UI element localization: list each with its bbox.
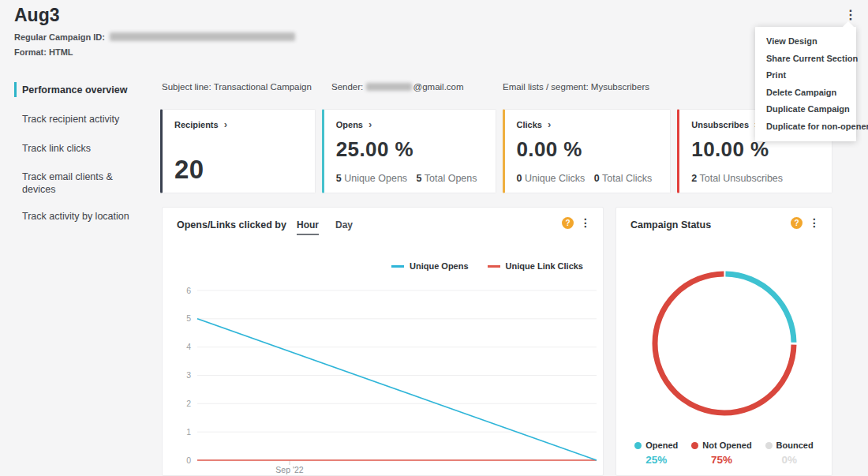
sidebar-item-track-activity-by-location[interactable]: Track activity by location xyxy=(22,210,147,223)
svg-text:5: 5 xyxy=(186,313,191,323)
stat-card-recipients: Recipients › 20 xyxy=(160,109,316,193)
legend-unique-opens[interactable]: Unique Opens xyxy=(391,261,469,271)
email-lists-line: Email lists / segment: Mysubscribers xyxy=(503,82,649,92)
recipients-label: Recipients xyxy=(174,120,219,129)
not-opened-dot-icon xyxy=(691,442,698,449)
sidebar-item-track-recipient-activity[interactable]: Track recipient activity xyxy=(22,113,147,126)
bounced-dot-icon xyxy=(765,442,773,449)
clicks-link[interactable]: Clicks › xyxy=(517,119,659,129)
svg-text:3: 3 xyxy=(186,370,191,380)
opens-subtext: 5 Unique Opens 5 Total Opens xyxy=(336,173,484,184)
chart-title: Opens/Links clicked by xyxy=(177,219,286,231)
campaign-status-card: Campaign Status ? ⋮ Opened 25% Not Opene… xyxy=(615,207,832,476)
recipients-value: 20 xyxy=(174,156,303,184)
svg-text:0: 0 xyxy=(186,455,191,465)
unsubscribes-subtext: 2 Total Unsubscribes xyxy=(691,173,820,184)
total-unsubscribes-count: 2 xyxy=(691,173,697,184)
opens-value: 25.00 % xyxy=(336,137,484,162)
total-clicks-label: Total Clicks xyxy=(602,173,652,184)
clicks-label: Clicks xyxy=(517,120,542,129)
total-opens-label: Total Opens xyxy=(425,173,477,184)
total-clicks-count: 0 xyxy=(594,173,600,184)
legend-unique-link-clicks[interactable]: Unique Link Clicks xyxy=(488,261,583,271)
legend-not-opened[interactable]: Not Opened 75% xyxy=(691,440,751,466)
page-menu-kebab-icon[interactable]: ⋮ xyxy=(844,9,857,21)
sidebar-item-track-email-clients-devices[interactable]: Track email clients & devices xyxy=(22,171,147,196)
context-menu: View Design Share Current Section Print … xyxy=(755,27,856,141)
menu-item-duplicate-campaign[interactable]: Duplicate Campaign xyxy=(755,101,856,118)
unique-opens-line xyxy=(197,319,597,460)
chart-granularity-tabs: Hour Day xyxy=(297,219,353,235)
sidebar-active-indicator xyxy=(14,82,17,97)
format-line: Format: HTML xyxy=(14,47,73,57)
campaign-id-label: Regular Campaign ID: xyxy=(14,32,105,42)
campaign-report-page: Aug3 Regular Campaign ID: Format: HTML ⋮… xyxy=(0,0,868,476)
stat-card-opens: Opens › 25.00 % 5 Unique Opens 5 Total O… xyxy=(322,109,496,193)
x-axis-label: Sep '22 xyxy=(275,465,303,474)
unique-opens-label: Unique Opens xyxy=(344,173,407,184)
not-opened-percentage: 75% xyxy=(691,454,751,466)
sidebar-item-performance-overview[interactable]: Performance overview xyxy=(22,84,147,96)
stat-cards-row: Recipients › 20 Opens › 25.00 % 5 Unique… xyxy=(160,109,832,193)
subject-line: Subject line: Transactional Campaign xyxy=(162,82,312,92)
menu-item-print[interactable]: Print xyxy=(755,67,856,84)
opens-link[interactable]: Opens › xyxy=(336,119,484,129)
menu-item-view-design[interactable]: View Design xyxy=(755,33,856,51)
bounced-percentage: 0% xyxy=(765,454,814,466)
gridlines xyxy=(197,290,597,460)
unique-clicks-count: 0 xyxy=(517,173,522,184)
status-title: Campaign Status xyxy=(630,219,711,231)
help-icon[interactable]: ? xyxy=(562,217,574,229)
opens-links-chart-card: Opens/Links clicked by Hour Day ? ⋮ Uniq… xyxy=(162,207,604,476)
legend-bounced[interactable]: Bounced 0% xyxy=(765,440,814,466)
opens-label: Opens xyxy=(336,120,363,129)
sender-line: Sender: @gmail.com xyxy=(331,82,464,92)
total-opens-count: 5 xyxy=(417,173,422,184)
redacted-campaign-id xyxy=(110,32,295,41)
chevron-right-icon: › xyxy=(369,119,372,129)
help-icon[interactable]: ? xyxy=(791,217,803,229)
page-title: Aug3 xyxy=(14,5,60,26)
unique-opens-dash-icon xyxy=(391,265,404,268)
chevron-right-icon: › xyxy=(224,119,227,129)
svg-text:4: 4 xyxy=(186,342,191,351)
sender-label: Sender: xyxy=(331,82,363,92)
campaign-status-donut xyxy=(647,266,802,421)
redacted-sender-name xyxy=(366,83,412,91)
clicks-value: 0.00 % xyxy=(517,137,659,162)
svg-text:2: 2 xyxy=(186,399,191,408)
clicks-subtext: 0 Unique Clicks 0 Total Clicks xyxy=(517,173,659,184)
status-legend: Opened 25% Not Opened 75% Bounced 0% xyxy=(616,440,832,466)
total-unsubscribes-label: Total Unsubscribes xyxy=(699,173,783,184)
y-axis-labels: 6 5 4 3 2 1 0 xyxy=(186,286,191,465)
menu-item-delete-campaign[interactable]: Delete Campaign xyxy=(755,84,856,102)
menu-item-duplicate-for-non-openers[interactable]: Duplicate for non-openers xyxy=(755,118,856,136)
recipients-link[interactable]: Recipients › xyxy=(174,119,303,129)
svg-text:6: 6 xyxy=(186,286,191,295)
menu-item-share-current-section[interactable]: Share Current Section xyxy=(755,51,856,68)
campaign-id-line: Regular Campaign ID: xyxy=(14,32,295,42)
sidebar-item-track-link-clicks[interactable]: Track link clicks xyxy=(22,142,147,155)
unique-clicks-label: Unique Clicks xyxy=(525,173,585,184)
svg-text:1: 1 xyxy=(186,427,191,437)
tab-hour[interactable]: Hour xyxy=(297,219,319,235)
unique-opens-count: 5 xyxy=(336,173,342,184)
stat-card-clicks: Clicks › 0.00 % 0 Unique Clicks 0 Total … xyxy=(503,109,672,193)
legend-opened[interactable]: Opened 25% xyxy=(634,440,678,466)
opened-dot-icon xyxy=(634,442,642,449)
tab-day[interactable]: Day xyxy=(335,219,353,235)
unsubscribes-label: Unsubscribes xyxy=(691,120,749,129)
chart-legend: Unique Opens Unique Link Clicks xyxy=(391,261,583,271)
sender-domain: @gmail.com xyxy=(413,82,463,92)
unique-link-clicks-dash-icon xyxy=(488,265,500,268)
status-menu-kebab-icon[interactable]: ⋮ xyxy=(809,217,820,228)
opened-percentage: 25% xyxy=(634,454,678,466)
chevron-right-icon: › xyxy=(548,119,551,129)
chart-menu-kebab-icon[interactable]: ⋮ xyxy=(580,217,591,228)
line-chart-plot: 6 5 4 3 2 1 0 Sep '22 xyxy=(170,281,600,476)
